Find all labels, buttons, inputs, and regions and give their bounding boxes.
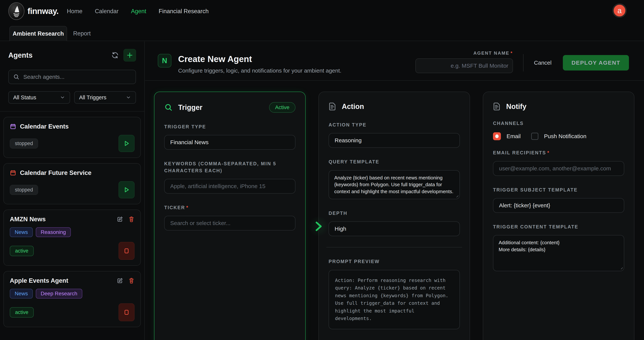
stop-agent-button[interactable] xyxy=(119,242,134,260)
action-type-select[interactable]: Reasoning xyxy=(328,133,460,148)
required-asterisk: * xyxy=(510,51,513,56)
brand-name: finnway. xyxy=(28,7,58,16)
plus-icon xyxy=(126,52,133,59)
search-icon xyxy=(13,74,20,80)
push-channel-label: Push Notification xyxy=(544,133,586,139)
agent-name-input[interactable] xyxy=(416,59,513,73)
action-type-value: Reasoning xyxy=(334,137,362,144)
tag-news: News xyxy=(10,227,33,237)
header-divider xyxy=(523,54,524,72)
agent-card-calendar-future-service[interactable]: Calendar Future Service stopped xyxy=(4,163,141,204)
start-agent-button[interactable] xyxy=(119,135,134,152)
status-badge: stopped xyxy=(10,185,38,195)
ticker-label: TICKER* xyxy=(164,204,296,211)
nav-item-financial-research[interactable]: Financial Research xyxy=(159,8,209,15)
agent-name: AMZN News xyxy=(10,216,113,223)
trash-icon[interactable] xyxy=(128,216,134,222)
deploy-agent-button[interactable]: DEPLOY AGENT xyxy=(563,55,629,71)
sidebar-title: Agents xyxy=(8,51,110,59)
play-icon xyxy=(123,140,130,147)
tab-ambient-research[interactable]: Ambient Research xyxy=(10,26,67,41)
start-agent-button[interactable] xyxy=(119,181,134,198)
agents-sidebar: Agents xyxy=(0,42,144,340)
subject-template-label: TRIGGER SUBJECT TEMPLATE xyxy=(493,186,624,193)
agent-initial-icon: N xyxy=(158,54,171,68)
nav-item-calendar[interactable]: Calendar xyxy=(95,8,119,15)
trigger-active-badge: Active xyxy=(269,102,296,113)
shark-logo-icon xyxy=(8,2,24,20)
collapse-panel-chevron-button[interactable] xyxy=(308,216,329,237)
required-asterisk: * xyxy=(186,205,189,210)
stop-icon xyxy=(124,248,129,254)
chevron-down-icon xyxy=(126,95,131,100)
trigger-panel: Trigger Active TRIGGER TYPE Financial Ne… xyxy=(154,92,306,340)
agent-card-apple-events-agent[interactable]: Apple Events Agent News Deep Research xyxy=(4,271,141,327)
tab-report[interactable]: Report xyxy=(72,26,92,41)
status-badge: active xyxy=(10,246,34,256)
keywords-input[interactable] xyxy=(164,179,296,194)
email-recipients-input[interactable] xyxy=(493,161,624,176)
email-checkbox[interactable] xyxy=(493,132,501,140)
tab-bar: Ambient Research Report xyxy=(0,23,644,41)
agent-card-calendar-events[interactable]: Calendar Events stopped xyxy=(4,117,141,158)
subject-template-input[interactable] xyxy=(493,198,624,213)
agent-search xyxy=(8,70,136,84)
trigger-type-value: Financial News xyxy=(170,139,208,146)
channels-label: CHANNELS xyxy=(493,120,624,127)
notify-panel: Notify CHANNELS Email Push Notification … xyxy=(483,92,634,340)
prompt-preview-text: Action: Perform reasoning research with … xyxy=(328,270,460,329)
action-type-label: ACTION TYPE xyxy=(328,121,460,128)
status-filter-value: All Status xyxy=(13,94,60,101)
keywords-label: KEYWORDS (COMMA-SEPARATED, MIN 5 CHARACT… xyxy=(164,160,281,174)
nav-item-home[interactable]: Home xyxy=(67,8,82,15)
trigger-search-icon xyxy=(164,103,173,112)
trash-icon[interactable] xyxy=(128,277,134,284)
main-panel: N Create New Agent Configure triggers, l… xyxy=(145,42,644,340)
status-filter-select[interactable]: All Status xyxy=(8,91,70,104)
query-template-textarea[interactable]: Analyze {ticker} based on recent news me… xyxy=(328,170,460,199)
refresh-agents-button[interactable] xyxy=(110,50,120,60)
notify-document-icon xyxy=(493,102,501,111)
checkbox-dot xyxy=(495,134,499,138)
agent-search-input[interactable] xyxy=(23,74,131,80)
depth-select[interactable]: High xyxy=(328,221,460,236)
trigger-filter-value: All Triggers xyxy=(79,94,126,101)
agent-name: Apple Events Agent xyxy=(10,277,113,284)
nav-item-agent[interactable]: Agent xyxy=(131,8,146,15)
edit-icon[interactable] xyxy=(117,277,123,284)
sidebar-divider xyxy=(0,111,144,112)
primary-nav: Home Calendar Agent Financial Research xyxy=(67,0,209,23)
cancel-button[interactable]: Cancel xyxy=(534,60,552,66)
user-avatar[interactable]: a xyxy=(612,4,627,18)
trigger-type-select[interactable]: Financial News xyxy=(164,135,296,150)
push-notification-checkbox[interactable] xyxy=(531,133,538,140)
action-title: Action xyxy=(342,103,460,111)
stop-icon xyxy=(124,309,129,315)
status-badge: active xyxy=(10,307,34,317)
tag-reasoning: Reasoning xyxy=(36,227,71,237)
query-template-label: QUERY TEMPLATE xyxy=(328,158,460,165)
action-divider xyxy=(326,247,462,247)
agent-card-amzn-news[interactable]: AMZN News News Reasoning active xyxy=(4,210,141,266)
calendar-icon xyxy=(10,123,16,130)
brand-logo[interactable]: finnway. xyxy=(8,2,58,20)
stop-agent-button[interactable] xyxy=(119,303,134,321)
trigger-type-label: TRIGGER TYPE xyxy=(164,123,296,130)
tag-news: News xyxy=(10,289,33,298)
depth-value: High xyxy=(334,226,346,232)
edit-icon[interactable] xyxy=(117,216,123,222)
prompt-preview-label: PROMPT PREVIEW xyxy=(328,258,460,265)
refresh-icon xyxy=(111,51,119,59)
trigger-filter-select[interactable]: All Triggers xyxy=(74,91,136,104)
trigger-title: Trigger xyxy=(178,104,264,112)
page-subtitle: Configure triggers, logic, and notificat… xyxy=(178,68,342,74)
agent-name: Calendar Future Service xyxy=(20,169,134,176)
add-agent-button[interactable] xyxy=(124,49,136,62)
content-area: Agents xyxy=(0,42,644,340)
chevron-right-icon xyxy=(312,220,324,233)
content-template-textarea[interactable]: Additional content: {content} More detai… xyxy=(493,235,624,271)
calendar-icon xyxy=(10,170,16,176)
action-document-icon xyxy=(328,102,336,111)
tabbar-divider xyxy=(0,41,644,41)
ticker-input[interactable] xyxy=(164,216,296,230)
